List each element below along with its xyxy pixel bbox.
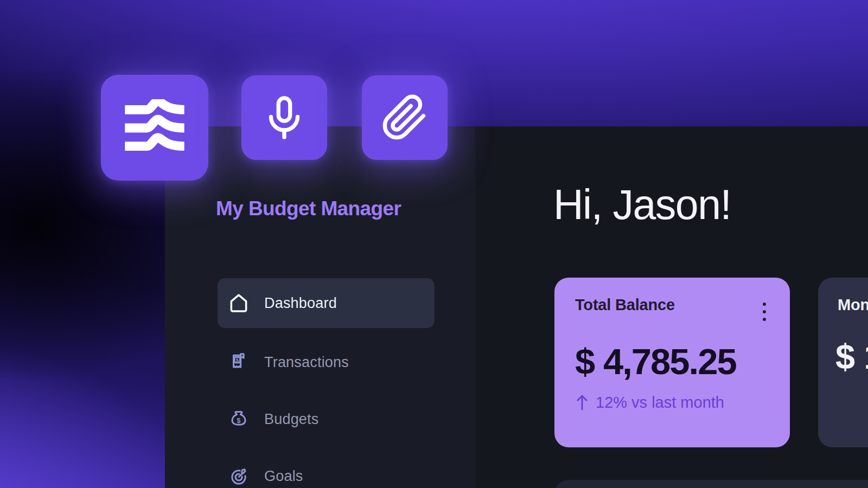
voice-input-button[interactable]: [241, 75, 327, 160]
app-window: My Budget Manager Dashboard: [165, 126, 868, 488]
home-icon: [227, 292, 250, 314]
card-title: Total Balance: [575, 296, 675, 314]
sidebar-item-label: Goals: [264, 468, 303, 485]
sidebar-item-dashboard[interactable]: Dashboard: [218, 278, 435, 328]
card-header: Total Balance: [575, 296, 769, 326]
sidebar-item-transactions[interactable]: $ Transactions: [218, 337, 435, 387]
greeting-heading: Hi, Jason!: [553, 181, 731, 229]
sidebar-item-label: Budgets: [264, 411, 318, 428]
svg-text:$: $: [237, 417, 241, 425]
total-balance-card: Total Balance $ 4,785.25 12% vs last mon…: [554, 278, 790, 447]
trend-up-arrow-icon: [575, 393, 589, 412]
app-logo-button[interactable]: [101, 75, 208, 181]
balance-amount: $ 4,785.25: [575, 341, 736, 382]
budget-app-screen: My Budget Manager Dashboard: [0, 0, 868, 488]
monthly-card: Mon $ 1: [818, 278, 868, 447]
attachment-button[interactable]: [362, 75, 448, 160]
receipt-dollar-icon: $: [227, 351, 250, 374]
lower-section-card: [554, 480, 868, 488]
monthly-amount: $ 1: [835, 336, 868, 377]
waves-logo-icon: [122, 99, 188, 157]
kebab-menu-icon[interactable]: [760, 297, 769, 326]
sidebar-item-goals[interactable]: Goals: [218, 451, 435, 488]
app-title: My Budget Manager: [216, 197, 401, 220]
paperclip-icon: [381, 94, 429, 142]
card-title: Mon: [838, 296, 868, 313]
sidebar: My Budget Manager Dashboard: [165, 126, 475, 488]
dashboard-content: Hi, Jason! Total Balance $ 4,785.25 12% …: [475, 126, 868, 488]
balance-trend: 12% vs last month: [575, 393, 724, 412]
microphone-icon: [259, 92, 309, 144]
sidebar-item-label: Dashboard: [264, 295, 337, 312]
sidebar-item-budgets[interactable]: $ Budgets: [218, 394, 435, 444]
trend-text: 12% vs last month: [596, 394, 724, 412]
target-dart-icon: [227, 465, 250, 487]
svg-text:$: $: [236, 357, 239, 363]
sidebar-item-label: Transactions: [264, 354, 349, 371]
money-bag-icon: $: [227, 408, 250, 431]
